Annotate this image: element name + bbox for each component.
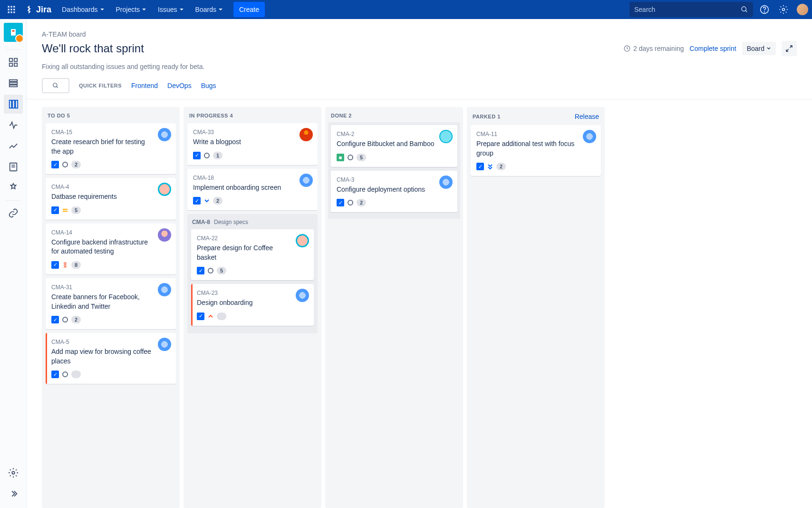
expand-icon — [785, 45, 793, 52]
assignee-avatar[interactable] — [300, 174, 313, 187]
story-points: 8 — [71, 261, 81, 269]
issue-card[interactable]: CMA-4 Datbase requirements ✓ 5 — [46, 178, 176, 220]
svg-rect-4 — [10, 9, 12, 10]
assignee-avatar[interactable] — [300, 128, 313, 141]
issue-card[interactable]: CMA-22 Prepare design for Coffee basket … — [191, 229, 314, 280]
svg-rect-15 — [12, 30, 14, 32]
jira-logo[interactable]: Jira — [25, 5, 51, 15]
issue-summary: Prepare design for Coffee basket — [197, 244, 308, 262]
issue-summary: Implement onboarding screen — [193, 183, 312, 193]
assignee-avatar[interactable] — [158, 183, 171, 196]
svg-rect-23 — [9, 100, 11, 108]
svg-rect-36 — [63, 209, 68, 210]
assignee-avatar[interactable] — [158, 228, 171, 242]
svg-point-40 — [204, 153, 209, 158]
sidebar-releases-icon[interactable] — [4, 116, 23, 135]
svg-rect-26 — [10, 163, 17, 171]
svg-rect-5 — [13, 9, 15, 10]
svg-point-38 — [63, 317, 68, 322]
create-button[interactable]: Create — [233, 2, 265, 17]
nav-projects[interactable]: Projects — [111, 2, 152, 17]
sidebar-shortcut-icon[interactable] — [4, 204, 23, 223]
svg-point-43 — [348, 200, 353, 205]
filter-bugs[interactable]: Bugs — [201, 82, 216, 89]
issue-card[interactable]: CMA-18 Implement onboarding screen ✓ 2 — [187, 169, 318, 211]
project-icon[interactable] — [4, 23, 23, 42]
svg-line-31 — [790, 46, 792, 48]
filter-search[interactable] — [42, 78, 69, 93]
story-points: 2 — [213, 197, 222, 205]
sidebar-settings-icon[interactable] — [4, 463, 23, 482]
priority-none-icon — [62, 316, 68, 323]
sidebar-reports-icon[interactable] — [4, 137, 23, 156]
issue-card[interactable]: CMA-33 Write a blogpost ✓ 1 — [187, 123, 318, 165]
filter-devops[interactable]: DevOps — [167, 82, 192, 89]
story-points: 2 — [496, 163, 506, 170]
issue-card[interactable]: CMA-31 Create banners for Facebook, Link… — [46, 278, 176, 329]
priority-medium-icon — [62, 207, 68, 214]
release-link[interactable]: Release — [575, 113, 599, 120]
user-avatar[interactable] — [797, 4, 808, 15]
board-view-dropdown[interactable]: Board — [742, 42, 776, 55]
task-type-icon: ✓ — [51, 316, 59, 323]
search-input[interactable] — [634, 6, 741, 13]
issue-key: CMA-23 — [197, 290, 308, 296]
sidebar-pages-icon[interactable] — [4, 157, 23, 176]
main-content: A-TEAM board We'll rock that sprint 2 da… — [27, 19, 812, 508]
issue-summary: Write a blogpost — [193, 137, 312, 147]
issue-key: CMA-5 — [51, 339, 170, 345]
svg-rect-0 — [8, 6, 10, 8]
breadcrumb[interactable]: A-TEAM board — [42, 30, 797, 38]
priority-icon — [487, 163, 493, 170]
global-search[interactable] — [629, 2, 753, 17]
nav-boards[interactable]: Boards — [191, 2, 228, 17]
sidebar-board-icon[interactable] — [4, 95, 23, 114]
svg-rect-6 — [8, 11, 10, 13]
issue-summary: Configure backend infrastructure for aut… — [51, 238, 170, 256]
filter-frontend[interactable]: Frontend — [131, 82, 158, 89]
task-type-icon: ✓ — [197, 313, 204, 320]
sidebar-backlog-icon[interactable] — [4, 74, 23, 93]
svg-point-42 — [348, 155, 353, 160]
assignee-avatar[interactable] — [158, 128, 171, 141]
issue-card[interactable]: CMA-14 Configure backend infrastructure … — [46, 224, 176, 274]
issue-summary: Add map view for browsing coffee places — [51, 347, 170, 366]
fullscreen-button[interactable] — [782, 41, 797, 56]
help-icon[interactable] — [757, 2, 772, 17]
assignee-avatar[interactable] — [158, 283, 171, 296]
issue-card[interactable]: CMA-3 Configure deployment options ✓ 2 — [331, 171, 457, 213]
issue-key: CMA-15 — [51, 129, 170, 136]
sprint-description: Fixing all outstanding issues and gettin… — [42, 63, 797, 70]
complete-sprint-link[interactable]: Complete sprint — [690, 45, 736, 52]
priority-lowest-icon — [487, 163, 493, 170]
nav-issues[interactable]: Issues — [153, 2, 188, 17]
page-title: We'll rock that sprint — [42, 42, 618, 55]
sidebar-roadmap-icon[interactable] — [4, 53, 23, 72]
sidebar-expand-icon[interactable] — [4, 484, 23, 503]
assignee-avatar[interactable] — [439, 130, 453, 143]
assignee-avatar[interactable] — [583, 130, 596, 143]
issue-card[interactable]: CMA-5 Add map view for browsing coffee p… — [46, 333, 176, 384]
nav-dashboards[interactable]: Dashboards — [57, 2, 109, 17]
priority-none-icon — [62, 371, 68, 378]
story-points: 5 — [71, 206, 81, 214]
chevron-down-icon — [766, 46, 771, 51]
priority-icon — [62, 316, 68, 323]
assignee-avatar[interactable] — [158, 338, 171, 351]
svg-point-29 — [12, 471, 15, 474]
priority-none-icon — [203, 152, 210, 159]
app-switcher-icon[interactable] — [4, 2, 19, 17]
task-type-icon: ✓ — [51, 206, 59, 214]
issue-card[interactable]: CMA-2 Configure Bitbucket and Bamboo ■ 5 — [331, 125, 457, 167]
sidebar-addons-icon[interactable] — [4, 178, 23, 197]
settings-icon[interactable] — [776, 2, 791, 17]
assignee-avatar[interactable] — [439, 176, 453, 189]
svg-point-9 — [742, 7, 746, 11]
issue-card[interactable]: CMA-11 Prepare additional test with focu… — [471, 125, 601, 176]
assignee-avatar[interactable] — [296, 234, 309, 247]
task-type-icon: ✓ — [51, 371, 59, 378]
issue-card[interactable]: CMA-23 Design onboarding ✓ — [191, 284, 314, 326]
priority-icon — [347, 154, 354, 161]
issue-card[interactable]: CMA-15 Create research brief for testing… — [46, 123, 176, 174]
priority-none-icon — [207, 267, 214, 274]
